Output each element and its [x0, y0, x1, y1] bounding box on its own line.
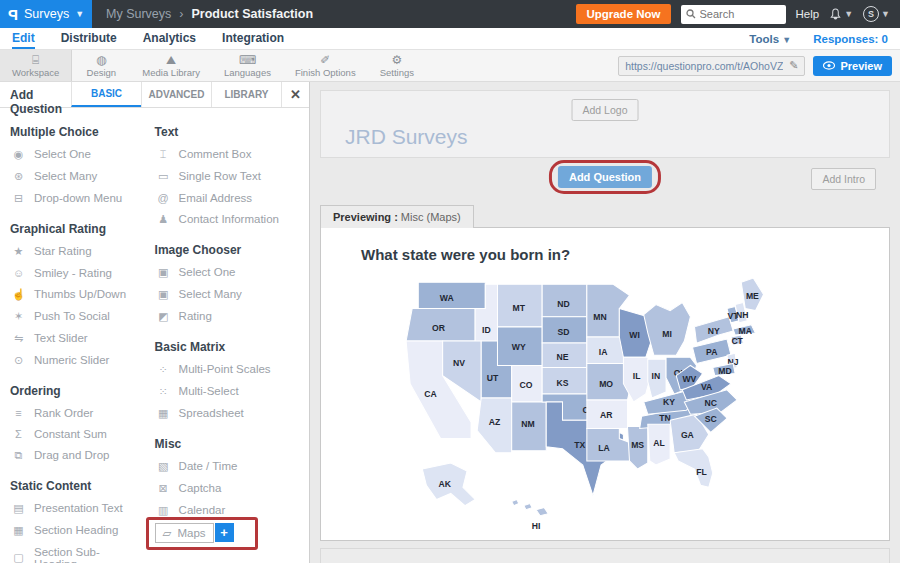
- question-type-text-slider[interactable]: ⇋Text Slider: [10, 327, 141, 349]
- toolbar-item-label: Finish Options: [295, 67, 356, 78]
- question-type-label: Section Sub-Heading: [34, 546, 141, 563]
- preview-button[interactable]: Preview: [813, 56, 892, 76]
- question-type-push-to-social[interactable]: ✶Push To Social: [10, 305, 141, 327]
- question-type-thumbs-up-down[interactable]: ☝Thumbs Up/Down: [10, 283, 141, 305]
- add-question-panel: Add Question BASICADVANCEDLIBRARY ✕ Mult…: [0, 82, 310, 563]
- toolbar-item-media-library[interactable]: ⛰Media Library: [130, 50, 212, 81]
- next-section-card: [320, 548, 890, 563]
- toolbar-item-workspace[interactable]: ⌸Workspace: [0, 50, 72, 81]
- question-type-section-sub-heading[interactable]: ▢Section Sub-Heading: [10, 541, 141, 563]
- nav-tab-distribute[interactable]: Distribute: [61, 29, 117, 49]
- panel-tab-library[interactable]: LIBRARY: [211, 82, 281, 107]
- state-label-ne: NE: [556, 352, 568, 362]
- question-type-date-time[interactable]: ▧Date / Time: [155, 455, 301, 477]
- question-type-label: Single Row Text: [179, 170, 261, 182]
- panel-tab-basic[interactable]: BASIC: [71, 82, 141, 107]
- question-type-numeric-slider[interactable]: ⊙Numeric Slider: [10, 349, 141, 371]
- add-logo-button[interactable]: Add Logo: [572, 99, 639, 121]
- state-fl[interactable]: [674, 449, 713, 488]
- help-link[interactable]: Help: [796, 8, 820, 20]
- question-type-drag-and-drop[interactable]: ⧉Drag and Drop: [10, 444, 141, 466]
- state-label-ky: KY: [663, 397, 675, 407]
- survey-title[interactable]: JRD Surveys: [345, 125, 468, 149]
- state-hi[interactable]: [512, 500, 549, 516]
- question-type-multi-select[interactable]: ⁙Multi-Select: [155, 380, 301, 402]
- question-type-contact-information[interactable]: ♟Contact Information: [155, 208, 301, 230]
- drop-down-menu-icon: ⊟: [10, 192, 27, 205]
- contact-information-icon: ♟: [155, 213, 172, 226]
- question-type-spreadsheet[interactable]: ▦Spreadsheet: [155, 402, 301, 424]
- question-type-multi-point-scales[interactable]: ⁘Multi-Point Scales: [155, 358, 301, 380]
- question-type-captcha[interactable]: ⊠Captcha: [155, 477, 301, 499]
- question-type-presentation-text[interactable]: ▤Presentation Text: [10, 497, 141, 519]
- toolbar-item-design[interactable]: ◍Design: [72, 50, 130, 81]
- question-type-maps[interactable]: ▱Maps: [155, 523, 214, 543]
- question-type-calendar[interactable]: ▥Calendar: [155, 499, 301, 521]
- rank-order-icon: ≡: [10, 407, 27, 419]
- nav-tab-analytics[interactable]: Analytics: [143, 29, 196, 49]
- question-type-single-row-text[interactable]: ▭Single Row Text: [155, 165, 301, 187]
- nav-tab-integration[interactable]: Integration: [222, 29, 284, 49]
- section-heading-multiple-choice: Multiple Choice: [10, 125, 141, 139]
- select-many-icon: ▣: [155, 288, 172, 301]
- survey-url-input[interactable]: [625, 60, 783, 72]
- us-map[interactable]: WAORCAIDNVUTAZMTWYCONMNDSDNEKSOKTXMNIAMO…: [393, 270, 801, 536]
- languages-icon: ⌨: [239, 54, 256, 66]
- add-maps-question-button[interactable]: +: [215, 523, 234, 542]
- question-type-comment-box[interactable]: ⌶Comment Box: [155, 143, 301, 165]
- edit-url-pencil-icon[interactable]: ✎: [789, 59, 798, 72]
- question-type-select-many[interactable]: ▣Select Many: [155, 283, 301, 305]
- question-type-label: Star Rating: [34, 245, 92, 257]
- toolbar-items: ⌸Workspace◍Design⛰Media Library⌨Language…: [0, 50, 426, 81]
- question-type-label: Multi-Select: [179, 385, 239, 397]
- question-type-rank-order[interactable]: ≡Rank Order: [10, 402, 141, 423]
- calendar-icon: ▥: [155, 504, 172, 517]
- survey-url-box: ✎: [618, 56, 805, 76]
- design-icon: ◍: [96, 54, 106, 66]
- breadcrumb: My Surveys › Product Satisfaction: [106, 7, 313, 21]
- state-label-ny: NY: [708, 326, 720, 336]
- question-type-smiley-rating[interactable]: ☺Smiley - Rating: [10, 262, 141, 283]
- upgrade-now-button[interactable]: Upgrade Now: [576, 4, 670, 24]
- question-type-label: Calendar: [179, 504, 226, 516]
- question-type-label: Select Many: [179, 288, 242, 300]
- question-type-constant-sum[interactable]: ΣConstant Sum: [10, 423, 141, 444]
- toolbar-item-languages[interactable]: ⌨Languages: [212, 50, 283, 81]
- chevron-down-icon: ▼: [75, 9, 84, 19]
- state-label-sd: SD: [557, 327, 569, 337]
- add-question-button[interactable]: Add Question: [558, 166, 652, 188]
- close-icon[interactable]: ✕: [281, 82, 309, 107]
- section-sub-heading-icon: ▢: [10, 551, 27, 563]
- toolbar-item-finish-options[interactable]: ✐Finish Options: [283, 50, 368, 81]
- comment-box-icon: ⌶: [155, 148, 172, 161]
- add-intro-button[interactable]: Add Intro: [811, 168, 876, 190]
- question-type-select-many[interactable]: ⊛Select Many: [10, 165, 141, 187]
- question-type-label: Select Many: [34, 170, 97, 182]
- section-heading-static-content: Static Content: [10, 479, 141, 493]
- responses-count-link[interactable]: Responses: 0: [813, 33, 888, 45]
- question-type-email-address[interactable]: @Email Address: [155, 187, 301, 208]
- state-label-pa: PA: [706, 347, 717, 357]
- state-label-al: AL: [653, 438, 664, 448]
- rating-icon: ◩: [155, 310, 172, 323]
- tools-menu[interactable]: Tools ▼: [749, 33, 791, 45]
- account-menu[interactable]: S ▼: [863, 6, 890, 22]
- question-type-star-rating[interactable]: ★Star Rating: [10, 240, 141, 262]
- global-search[interactable]: [681, 5, 786, 24]
- question-type-select-one[interactable]: ▣Select One: [155, 261, 301, 283]
- search-input[interactable]: [700, 8, 780, 20]
- panel-tab-advanced[interactable]: ADVANCED: [141, 82, 211, 107]
- toolbar-item-settings[interactable]: ⚙Settings: [368, 50, 426, 81]
- question-type-section-heading[interactable]: ▦Section Heading: [10, 519, 141, 541]
- breadcrumb-parent[interactable]: My Surveys: [106, 7, 171, 21]
- spreadsheet-icon: ▦: [155, 407, 172, 420]
- state-label-nm: NM: [521, 419, 534, 429]
- question-type-drop-down-menu[interactable]: ⊟Drop-down Menu: [10, 187, 141, 209]
- notifications-menu[interactable]: ▼: [829, 8, 853, 21]
- question-type-select-one[interactable]: ◉Select One: [10, 143, 141, 165]
- nav-tab-edit[interactable]: Edit: [12, 29, 35, 49]
- app-logo-surveys-menu[interactable]: P Surveys ▼: [0, 0, 92, 28]
- state-label-nv: NV: [453, 358, 465, 368]
- state-label-ia: IA: [599, 347, 608, 357]
- question-type-rating[interactable]: ◩Rating: [155, 305, 301, 327]
